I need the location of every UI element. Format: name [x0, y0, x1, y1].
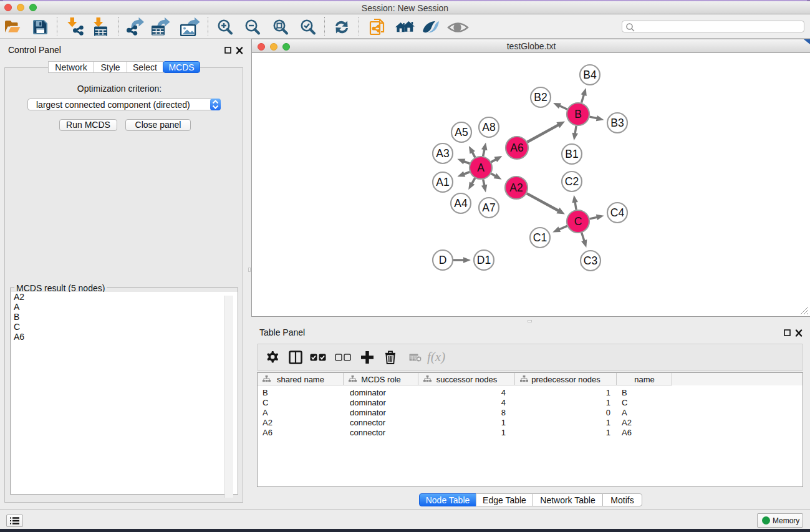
svg-text:B2: B2 — [534, 91, 547, 104]
svg-text:A3: A3 — [436, 147, 449, 160]
svg-text:A8: A8 — [482, 121, 495, 133]
svg-text:A6: A6 — [510, 142, 523, 154]
svg-text:A4: A4 — [454, 197, 468, 210]
svg-text:C2: C2 — [565, 175, 579, 188]
svg-text:D1: D1 — [477, 254, 491, 266]
svg-text:A1: A1 — [436, 176, 449, 188]
svg-text:B1: B1 — [565, 148, 578, 160]
svg-text:C1: C1 — [533, 231, 547, 244]
svg-text:B4: B4 — [583, 69, 597, 81]
svg-text:B: B — [574, 108, 582, 120]
svg-text:C3: C3 — [584, 254, 597, 267]
svg-text:A2: A2 — [509, 181, 523, 194]
svg-text:A7: A7 — [482, 201, 495, 214]
svg-text:A5: A5 — [455, 126, 468, 138]
svg-text:C4: C4 — [610, 206, 625, 219]
svg-text:B3: B3 — [610, 117, 624, 129]
svg-text:D: D — [439, 254, 447, 266]
svg-text:C: C — [574, 215, 582, 228]
svg-text:A: A — [477, 162, 485, 174]
